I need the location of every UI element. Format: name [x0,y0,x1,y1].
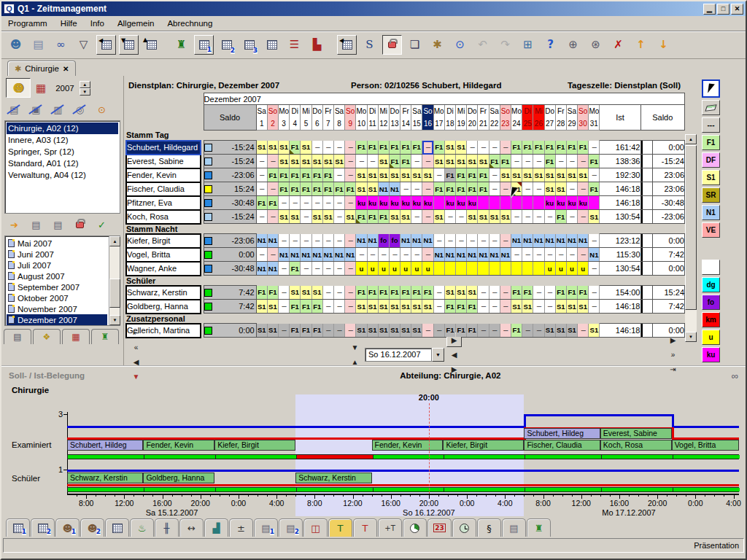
tab-building[interactable]: ▦ [62,329,90,344]
roster-cell[interactable]: N1 [311,248,322,262]
roster-cell[interactable]: S1 [478,210,489,224]
roster-cell[interactable]: N1 [389,182,400,196]
roster-cell[interactable]: u [356,262,367,276]
roster-cell[interactable]: F1 [511,324,522,338]
roster-cell[interactable]: --- [433,324,444,338]
year-down-icon[interactable]: ▼ [80,88,90,96]
roster-cell[interactable]: --- [478,324,489,338]
menu-programm[interactable]: Programm [1,18,54,29]
shift-bar[interactable]: Schwarz, Kerstin [67,472,143,483]
roster-cell[interactable]: F1 [301,324,311,338]
roster-cell[interactable]: F1 [301,300,311,314]
roster-cell[interactable]: u [544,262,555,276]
roster-cell[interactable]: N1 [478,248,489,262]
day-header[interactable]: Mo31 [589,105,600,131]
roster-cell[interactable]: S1 [433,210,444,224]
roster-cell[interactable]: S1 [478,155,489,168]
roster-cell[interactable]: F1 [555,286,566,300]
shift-bar[interactable]: Koch, Rosa [600,440,672,451]
roster-cell[interactable]: S1 [367,182,378,196]
code-ve[interactable]: VE [702,222,720,238]
roster-cell[interactable]: S1 [444,141,455,155]
tab-doc-2[interactable]: ▤2 [279,518,303,537]
roster-cell[interactable]: ku [400,196,411,210]
day-header[interactable]: Mi12 [378,105,389,131]
roster-cell[interactable]: S1 [467,210,478,224]
roster-cell[interactable]: S1 [290,286,301,300]
roster-cell[interactable]: S1 [422,168,433,182]
tab-pie[interactable] [403,518,427,537]
roster-cell[interactable]: S1 [522,168,533,182]
tab-chart[interactable]: ▟ [204,518,228,537]
roster-cell[interactable]: --- [589,234,600,248]
roster-cell[interactable]: N1 [400,234,411,248]
roster-cell[interactable]: --- [367,248,378,262]
day-header[interactable]: Mi5 [301,105,311,131]
roster-cell[interactable]: F1 [279,168,290,182]
roster-cell[interactable]: ku [544,196,555,210]
roster-cell[interactable]: ku [444,196,455,210]
roster-cell[interactable]: --- [544,300,555,314]
gears-icon[interactable]: ✱ [427,35,447,55]
roster-cell[interactable]: F1 [456,324,467,338]
department-item[interactable]: Innere, A03 (12) [7,134,118,146]
roster-cell[interactable]: S1 [489,210,500,224]
tab-paragraph[interactable]: § [477,518,501,537]
roster-cell[interactable]: F1 [411,286,422,300]
roster-cell[interactable]: S1 [589,324,600,338]
roster-cell[interactable]: --- [356,248,367,262]
roster-cell[interactable]: --- [489,168,500,182]
roster-cell[interactable]: S1 [555,182,566,196]
tab-list[interactable]: ▤ [4,329,31,344]
code-white[interactable] [702,260,720,275]
roster-cell[interactable]: u [411,262,422,276]
day-header[interactable]: Fr21 [478,105,489,131]
roster-cell[interactable]: --- [267,210,278,224]
roster-cell[interactable]: S1 [411,324,422,338]
department-item[interactable]: Verwaltung, A04 (12) [7,169,118,181]
roster-cell[interactable]: S1 [267,141,278,155]
roster-cell[interactable]: --- [489,234,500,248]
roster-cell[interactable]: --- [467,234,478,248]
roster-cell[interactable]: --- [500,234,511,248]
tab-chart[interactable]: ♜ [91,329,119,344]
scroll-thumb[interactable] [109,279,120,308]
roster-cell[interactable]: F1 [478,182,489,196]
roster-cell[interactable]: F1 [400,141,411,155]
roster-cell[interactable]: S1 [378,168,389,182]
roster-cell[interactable]: F1 [511,286,522,300]
roster-cell[interactable]: F1 [478,168,489,182]
roster-cell[interactable]: S1 [290,155,301,168]
roster-cell[interactable]: S1 [511,168,522,182]
shift-bar[interactable]: Kiefer, Birgit [214,440,295,451]
roster-cell[interactable]: F1 [544,155,555,168]
roster-cell[interactable]: N1 [433,248,444,262]
tab-doc-1[interactable]: ▤1 [254,518,278,537]
roster-cell[interactable] [522,262,533,276]
roster-cell[interactable]: F1 [290,168,301,182]
roster-cell[interactable]: N1 [456,248,467,262]
person-name[interactable]: Pfitzner, Eva [126,196,201,210]
roster-cell[interactable]: F1 [356,286,367,300]
move-up-icon[interactable]: ↑ [631,35,651,55]
roster-cell[interactable]: ku [467,196,478,210]
person-name[interactable]: Wagner, Anke [126,262,201,276]
close-button[interactable]: ✕ [731,4,743,15]
roster-cell[interactable]: S1 [500,210,511,224]
person-name[interactable]: Vogel, Britta [126,248,201,262]
roster-cell[interactable]: S1 [378,155,389,168]
roster-cell[interactable]: N1 [267,234,278,248]
roster-cell[interactable]: --- [279,262,290,276]
roster-cell[interactable]: --- [433,168,444,182]
roster-cell[interactable]: --- [400,182,411,196]
roster-cell[interactable]: N1 [345,248,356,262]
roster-cell[interactable]: u [367,262,378,276]
search-icon[interactable]: ◎ [71,102,88,117]
edit-plan-icon[interactable]: ▣ [28,102,44,117]
roster-cell[interactable]: N1 [467,248,478,262]
tab-factory[interactable]: ♜ [527,518,551,537]
roster-cell[interactable]: N1 [544,234,555,248]
roster-cell[interactable]: F1 [578,286,589,300]
roster-cell[interactable]: u [400,262,411,276]
tab-t-red[interactable]: T [353,518,377,537]
